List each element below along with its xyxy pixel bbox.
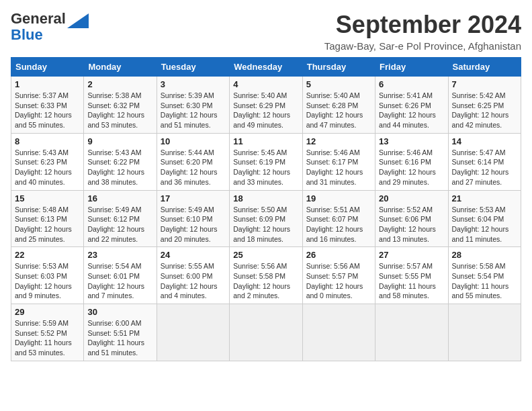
calendar-cell: 16 Sunrise: 5:49 AM Sunset: 6:12 PM Dayl… xyxy=(84,190,157,247)
day-info: Sunrise: 5:50 AM Sunset: 6:09 PM Dayligh… xyxy=(233,205,298,244)
calendar-table: SundayMondayTuesdayWednesdayThursdayFrid… xyxy=(11,57,521,361)
day-number: 15 xyxy=(15,193,80,203)
day-number: 1 xyxy=(15,79,80,89)
day-info: Sunrise: 5:40 AM Sunset: 6:28 PM Dayligh… xyxy=(306,91,371,130)
calendar-cell: 27 Sunrise: 5:57 AM Sunset: 5:55 PM Dayl… xyxy=(375,247,448,304)
day-info: Sunrise: 5:46 AM Sunset: 6:16 PM Dayligh… xyxy=(379,148,444,187)
col-header-friday: Friday xyxy=(375,58,448,77)
day-number: 12 xyxy=(306,136,371,146)
location-subtitle: Tagaw-Bay, Sar-e Pol Province, Afghanist… xyxy=(324,40,521,52)
day-number: 11 xyxy=(233,136,298,146)
day-number: 25 xyxy=(233,250,298,260)
calendar-cell: 17 Sunrise: 5:49 AM Sunset: 6:10 PM Dayl… xyxy=(157,190,229,247)
day-number: 24 xyxy=(161,250,226,260)
calendar-week-row: 15 Sunrise: 5:48 AM Sunset: 6:13 PM Dayl… xyxy=(11,190,521,247)
day-number: 4 xyxy=(233,79,298,89)
calendar-cell: 28 Sunrise: 5:58 AM Sunset: 5:54 PM Dayl… xyxy=(448,247,521,304)
calendar-cell: 25 Sunrise: 5:56 AM Sunset: 5:58 PM Dayl… xyxy=(230,247,302,304)
col-header-monday: Monday xyxy=(84,58,157,77)
day-number: 6 xyxy=(379,79,444,89)
calendar-cell: 23 Sunrise: 5:54 AM Sunset: 6:01 PM Dayl… xyxy=(84,247,157,304)
day-info: Sunrise: 5:39 AM Sunset: 6:30 PM Dayligh… xyxy=(161,91,226,130)
day-info: Sunrise: 5:53 AM Sunset: 6:03 PM Dayligh… xyxy=(15,261,80,301)
day-number: 8 xyxy=(15,136,80,146)
calendar-cell: 20 Sunrise: 5:52 AM Sunset: 6:06 PM Dayl… xyxy=(375,190,448,247)
day-info: Sunrise: 5:41 AM Sunset: 6:26 PM Dayligh… xyxy=(379,91,444,130)
col-header-tuesday: Tuesday xyxy=(157,58,229,77)
calendar-cell: 7 Sunrise: 5:42 AM Sunset: 6:25 PM Dayli… xyxy=(448,77,521,134)
calendar-cell: 24 Sunrise: 5:55 AM Sunset: 6:00 PM Dayl… xyxy=(157,247,229,304)
day-info: Sunrise: 5:48 AM Sunset: 6:13 PM Dayligh… xyxy=(15,205,80,244)
day-number: 20 xyxy=(379,193,444,203)
calendar-cell: 19 Sunrise: 5:51 AM Sunset: 6:07 PM Dayl… xyxy=(302,190,375,247)
page-header: GeneralBlue September 2024 Tagaw-Bay, Sa… xyxy=(11,11,521,52)
calendar-cell: 26 Sunrise: 5:56 AM Sunset: 5:57 PM Dayl… xyxy=(302,247,375,304)
day-info: Sunrise: 5:44 AM Sunset: 6:20 PM Dayligh… xyxy=(161,148,226,187)
day-number: 13 xyxy=(379,136,444,146)
day-number: 21 xyxy=(452,193,517,203)
day-number: 9 xyxy=(87,136,152,146)
month-title: September 2024 xyxy=(324,11,521,39)
day-info: Sunrise: 5:58 AM Sunset: 5:54 PM Dayligh… xyxy=(452,261,517,301)
day-number: 23 xyxy=(87,250,152,260)
col-header-sunday: Sunday xyxy=(11,58,84,77)
day-info: Sunrise: 5:43 AM Sunset: 6:23 PM Dayligh… xyxy=(15,148,80,187)
calendar-cell: 12 Sunrise: 5:46 AM Sunset: 6:17 PM Dayl… xyxy=(302,133,375,190)
day-number: 5 xyxy=(306,79,371,89)
calendar-cell: 5 Sunrise: 5:40 AM Sunset: 6:28 PM Dayli… xyxy=(302,77,375,134)
day-number: 14 xyxy=(452,136,517,146)
calendar-cell: 29 Sunrise: 5:59 AM Sunset: 5:52 PM Dayl… xyxy=(11,304,84,361)
calendar-cell: 8 Sunrise: 5:43 AM Sunset: 6:23 PM Dayli… xyxy=(11,133,84,190)
day-info: Sunrise: 5:47 AM Sunset: 6:14 PM Dayligh… xyxy=(452,148,517,187)
col-header-wednesday: Wednesday xyxy=(230,58,302,77)
calendar-week-row: 29 Sunrise: 5:59 AM Sunset: 5:52 PM Dayl… xyxy=(11,304,521,361)
day-info: Sunrise: 5:55 AM Sunset: 6:00 PM Dayligh… xyxy=(161,261,226,301)
day-number: 29 xyxy=(15,307,80,317)
logo-text: GeneralBlue xyxy=(11,11,66,43)
calendar-cell: 11 Sunrise: 5:45 AM Sunset: 6:19 PM Dayl… xyxy=(230,133,302,190)
day-number: 18 xyxy=(233,193,298,203)
calendar-cell: 10 Sunrise: 5:44 AM Sunset: 6:20 PM Dayl… xyxy=(157,133,229,190)
calendar-cell: 4 Sunrise: 5:40 AM Sunset: 6:29 PM Dayli… xyxy=(230,77,302,134)
col-header-thursday: Thursday xyxy=(302,58,375,77)
day-info: Sunrise: 5:43 AM Sunset: 6:22 PM Dayligh… xyxy=(87,148,152,187)
calendar-cell: 1 Sunrise: 5:37 AM Sunset: 6:33 PM Dayli… xyxy=(11,77,84,134)
calendar-cell: 21 Sunrise: 5:53 AM Sunset: 6:04 PM Dayl… xyxy=(448,190,521,247)
calendar-cell: 2 Sunrise: 5:38 AM Sunset: 6:32 PM Dayli… xyxy=(84,77,157,134)
calendar-cell xyxy=(448,304,521,361)
col-header-saturday: Saturday xyxy=(448,58,521,77)
day-info: Sunrise: 5:56 AM Sunset: 5:57 PM Dayligh… xyxy=(306,261,371,301)
calendar-week-row: 8 Sunrise: 5:43 AM Sunset: 6:23 PM Dayli… xyxy=(11,133,521,190)
day-number: 27 xyxy=(379,250,444,260)
title-area: September 2024 Tagaw-Bay, Sar-e Pol Prov… xyxy=(324,11,521,52)
calendar-week-row: 1 Sunrise: 5:37 AM Sunset: 6:33 PM Dayli… xyxy=(11,77,521,134)
calendar-cell xyxy=(302,304,375,361)
day-number: 3 xyxy=(161,79,226,89)
calendar-cell: 30 Sunrise: 6:00 AM Sunset: 5:51 PM Dayl… xyxy=(84,304,157,361)
day-number: 7 xyxy=(452,79,517,89)
day-info: Sunrise: 5:54 AM Sunset: 6:01 PM Dayligh… xyxy=(87,261,152,301)
calendar-cell: 22 Sunrise: 5:53 AM Sunset: 6:03 PM Dayl… xyxy=(11,247,84,304)
day-number: 30 xyxy=(87,307,152,317)
calendar-cell: 18 Sunrise: 5:50 AM Sunset: 6:09 PM Dayl… xyxy=(230,190,302,247)
day-number: 28 xyxy=(452,250,517,260)
day-info: Sunrise: 5:38 AM Sunset: 6:32 PM Dayligh… xyxy=(87,91,152,130)
day-info: Sunrise: 5:45 AM Sunset: 6:19 PM Dayligh… xyxy=(233,148,298,187)
day-info: Sunrise: 5:46 AM Sunset: 6:17 PM Dayligh… xyxy=(306,148,371,187)
day-info: Sunrise: 5:37 AM Sunset: 6:33 PM Dayligh… xyxy=(15,91,80,130)
day-number: 2 xyxy=(87,79,152,89)
day-info: Sunrise: 6:00 AM Sunset: 5:51 PM Dayligh… xyxy=(87,318,152,358)
day-info: Sunrise: 5:56 AM Sunset: 5:58 PM Dayligh… xyxy=(233,261,298,301)
day-number: 17 xyxy=(161,193,226,203)
day-number: 19 xyxy=(306,193,371,203)
day-info: Sunrise: 5:40 AM Sunset: 6:29 PM Dayligh… xyxy=(233,91,298,130)
calendar-cell: 9 Sunrise: 5:43 AM Sunset: 6:22 PM Dayli… xyxy=(84,133,157,190)
day-info: Sunrise: 5:57 AM Sunset: 5:55 PM Dayligh… xyxy=(379,261,444,301)
day-info: Sunrise: 5:49 AM Sunset: 6:12 PM Dayligh… xyxy=(87,205,152,244)
calendar-week-row: 22 Sunrise: 5:53 AM Sunset: 6:03 PM Dayl… xyxy=(11,247,521,304)
calendar-cell: 14 Sunrise: 5:47 AM Sunset: 6:14 PM Dayl… xyxy=(448,133,521,190)
calendar-cell: 6 Sunrise: 5:41 AM Sunset: 6:26 PM Dayli… xyxy=(375,77,448,134)
day-number: 22 xyxy=(15,250,80,260)
calendar-header-row: SundayMondayTuesdayWednesdayThursdayFrid… xyxy=(11,58,521,77)
day-number: 16 xyxy=(87,193,152,203)
